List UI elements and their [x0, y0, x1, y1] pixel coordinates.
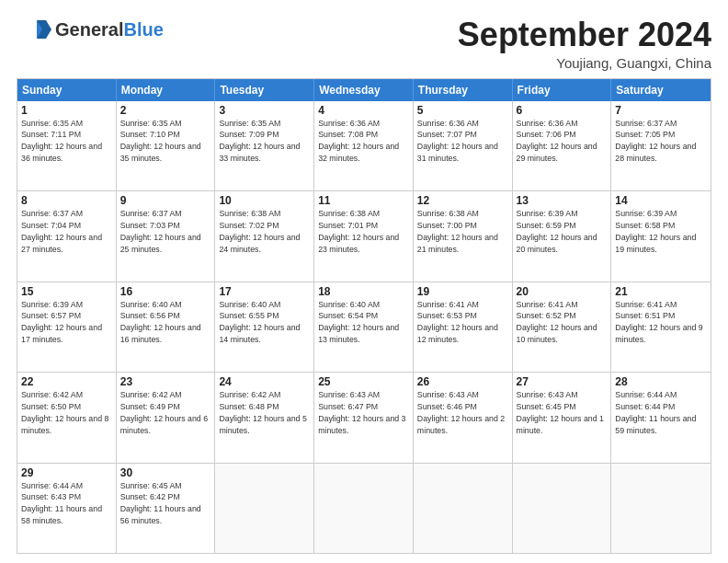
cal-row-2: 15Sunrise: 6:39 AMSunset: 6:57 PMDayligh…	[17, 282, 711, 372]
header-wednesday: Wednesday	[314, 79, 414, 101]
cal-cell-25: 25Sunrise: 6:43 AMSunset: 6:47 PMDayligh…	[314, 373, 414, 462]
cal-cell-16: 16Sunrise: 6:40 AMSunset: 6:56 PMDayligh…	[117, 282, 216, 372]
cal-cell-28: 28Sunrise: 6:44 AMSunset: 6:44 PMDayligh…	[611, 373, 711, 462]
header: GeneralBlue September 2024 Youjiang, Gua…	[17, 17, 711, 71]
cal-cell-5: 5Sunrise: 6:36 AMSunset: 7:07 PMDaylight…	[414, 101, 513, 190]
cal-cell-23: 23Sunrise: 6:42 AMSunset: 6:49 PMDayligh…	[117, 373, 216, 462]
cal-cell-empty-4-6	[611, 464, 711, 553]
logo: GeneralBlue	[17, 17, 164, 42]
cal-cell-9: 9Sunrise: 6:37 AMSunset: 7:03 PMDaylight…	[117, 191, 216, 281]
cal-cell-13: 13Sunrise: 6:39 AMSunset: 6:59 PMDayligh…	[513, 191, 612, 281]
logo-icon	[17, 17, 51, 42]
cal-cell-14: 14Sunrise: 6:39 AMSunset: 6:58 PMDayligh…	[611, 191, 711, 281]
header-monday: Monday	[117, 79, 216, 101]
title-block: September 2024 Youjiang, Guangxi, China	[458, 17, 711, 71]
cal-cell-4: 4Sunrise: 6:36 AMSunset: 7:08 PMDaylight…	[314, 101, 414, 190]
cal-cell-15: 15Sunrise: 6:39 AMSunset: 6:57 PMDayligh…	[17, 282, 117, 372]
calendar: Sunday Monday Tuesday Wednesday Thursday…	[17, 78, 711, 554]
cal-cell-26: 26Sunrise: 6:43 AMSunset: 6:46 PMDayligh…	[414, 373, 513, 462]
cal-cell-30: 30Sunrise: 6:45 AMSunset: 6:42 PMDayligh…	[117, 464, 216, 553]
month-title: September 2024	[458, 17, 711, 53]
cal-cell-8: 8Sunrise: 6:37 AMSunset: 7:04 PMDaylight…	[17, 191, 117, 281]
cal-cell-11: 11Sunrise: 6:38 AMSunset: 7:01 PMDayligh…	[314, 191, 414, 281]
header-sunday: Sunday	[17, 79, 117, 101]
cal-cell-17: 17Sunrise: 6:40 AMSunset: 6:55 PMDayligh…	[215, 282, 314, 372]
cal-row-3: 22Sunrise: 6:42 AMSunset: 6:50 PMDayligh…	[17, 372, 711, 462]
cal-row-4: 29Sunrise: 6:44 AMSunset: 6:43 PMDayligh…	[17, 463, 711, 553]
cal-cell-12: 12Sunrise: 6:38 AMSunset: 7:00 PMDayligh…	[414, 191, 513, 281]
cal-cell-18: 18Sunrise: 6:40 AMSunset: 6:54 PMDayligh…	[314, 282, 414, 372]
cal-cell-24: 24Sunrise: 6:42 AMSunset: 6:48 PMDayligh…	[215, 373, 314, 462]
cal-cell-10: 10Sunrise: 6:38 AMSunset: 7:02 PMDayligh…	[215, 191, 314, 281]
cal-cell-2: 2Sunrise: 6:35 AMSunset: 7:10 PMDaylight…	[117, 101, 216, 190]
calendar-header: Sunday Monday Tuesday Wednesday Thursday…	[17, 79, 711, 101]
cal-cell-empty-4-2	[215, 464, 314, 553]
header-tuesday: Tuesday	[215, 79, 314, 101]
cal-cell-19: 19Sunrise: 6:41 AMSunset: 6:53 PMDayligh…	[414, 282, 513, 372]
cal-cell-6: 6Sunrise: 6:36 AMSunset: 7:06 PMDaylight…	[513, 101, 612, 190]
header-friday: Friday	[513, 79, 612, 101]
cal-cell-21: 21Sunrise: 6:41 AMSunset: 6:51 PMDayligh…	[611, 282, 711, 372]
cal-cell-27: 27Sunrise: 6:43 AMSunset: 6:45 PMDayligh…	[513, 373, 612, 462]
cal-row-1: 8Sunrise: 6:37 AMSunset: 7:04 PMDaylight…	[17, 190, 711, 281]
cal-cell-empty-4-5	[513, 464, 612, 553]
cal-cell-29: 29Sunrise: 6:44 AMSunset: 6:43 PMDayligh…	[17, 464, 117, 553]
cal-row-0: 1Sunrise: 6:35 AMSunset: 7:11 PMDaylight…	[17, 101, 711, 190]
calendar-body: 1Sunrise: 6:35 AMSunset: 7:11 PMDaylight…	[17, 101, 711, 553]
location: Youjiang, Guangxi, China	[458, 55, 711, 71]
page: GeneralBlue September 2024 Youjiang, Gua…	[0, 0, 728, 563]
cal-cell-3: 3Sunrise: 6:35 AMSunset: 7:09 PMDaylight…	[215, 101, 314, 190]
cal-cell-22: 22Sunrise: 6:42 AMSunset: 6:50 PMDayligh…	[17, 373, 117, 462]
header-saturday: Saturday	[611, 79, 711, 101]
logo-blue-text: Blue	[123, 19, 163, 40]
cal-cell-20: 20Sunrise: 6:41 AMSunset: 6:52 PMDayligh…	[513, 282, 612, 372]
logo-text: General	[55, 19, 123, 40]
cal-cell-7: 7Sunrise: 6:37 AMSunset: 7:05 PMDaylight…	[611, 101, 711, 190]
cal-cell-1: 1Sunrise: 6:35 AMSunset: 7:11 PMDaylight…	[17, 101, 117, 190]
cal-cell-empty-4-3	[314, 464, 414, 553]
header-thursday: Thursday	[414, 79, 513, 101]
cal-cell-empty-4-4	[414, 464, 513, 553]
